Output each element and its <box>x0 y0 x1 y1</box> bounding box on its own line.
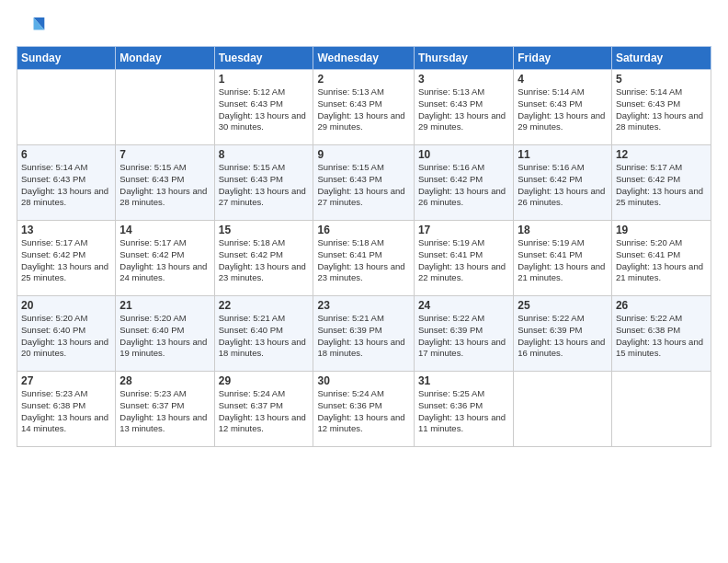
day-number: 8 <box>219 148 310 161</box>
calendar-cell: 21Sunrise: 5:20 AM Sunset: 6:40 PM Dayli… <box>116 296 214 372</box>
calendar-cell: 10Sunrise: 5:16 AM Sunset: 6:42 PM Dayli… <box>414 145 513 221</box>
day-info: Sunrise: 5:20 AM Sunset: 6:40 PM Dayligh… <box>21 313 111 360</box>
day-info: Sunrise: 5:18 AM Sunset: 6:41 PM Dayligh… <box>317 237 409 284</box>
calendar-cell: 9Sunrise: 5:15 AM Sunset: 6:43 PM Daylig… <box>313 145 414 221</box>
day-number: 18 <box>518 224 608 236</box>
calendar-cell: 22Sunrise: 5:21 AM Sunset: 6:40 PM Dayli… <box>214 296 313 372</box>
calendar-cell: 7Sunrise: 5:15 AM Sunset: 6:43 PM Daylig… <box>116 145 214 221</box>
day-number: 6 <box>21 148 111 161</box>
day-number: 2 <box>317 73 409 86</box>
weekday-header-saturday: Saturday <box>611 47 711 70</box>
calendar-cell: 8Sunrise: 5:15 AM Sunset: 6:43 PM Daylig… <box>214 145 313 221</box>
day-number: 29 <box>219 374 310 387</box>
logo <box>17 13 50 42</box>
page-header <box>17 9 711 42</box>
day-number: 12 <box>616 148 707 161</box>
day-info: Sunrise: 5:21 AM Sunset: 6:39 PM Dayligh… <box>317 313 409 360</box>
day-info: Sunrise: 5:14 AM Sunset: 6:43 PM Dayligh… <box>21 162 111 209</box>
calendar-table: SundayMondayTuesdayWednesdayThursdayFrid… <box>17 46 711 447</box>
day-info: Sunrise: 5:14 AM Sunset: 6:43 PM Dayligh… <box>616 86 707 133</box>
calendar-cell: 26Sunrise: 5:22 AM Sunset: 6:38 PM Dayli… <box>611 296 711 372</box>
day-number: 30 <box>317 374 409 387</box>
calendar-cell: 17Sunrise: 5:19 AM Sunset: 6:41 PM Dayli… <box>414 221 513 296</box>
calendar-cell: 11Sunrise: 5:16 AM Sunset: 6:42 PM Dayli… <box>514 145 612 221</box>
day-info: Sunrise: 5:24 AM Sunset: 6:36 PM Dayligh… <box>317 388 409 435</box>
day-info: Sunrise: 5:20 AM Sunset: 6:41 PM Dayligh… <box>616 237 707 284</box>
day-info: Sunrise: 5:22 AM Sunset: 6:39 PM Dayligh… <box>418 313 509 360</box>
calendar-cell: 19Sunrise: 5:20 AM Sunset: 6:41 PM Dayli… <box>611 221 711 296</box>
day-number: 7 <box>119 148 210 161</box>
calendar-cell <box>17 70 116 145</box>
calendar-cell <box>514 372 612 447</box>
calendar-week-4: 20Sunrise: 5:20 AM Sunset: 6:40 PM Dayli… <box>17 296 711 372</box>
calendar-cell: 3Sunrise: 5:13 AM Sunset: 6:43 PM Daylig… <box>414 70 513 145</box>
day-info: Sunrise: 5:23 AM Sunset: 6:38 PM Dayligh… <box>21 388 111 435</box>
day-info: Sunrise: 5:15 AM Sunset: 6:43 PM Dayligh… <box>119 162 210 209</box>
day-info: Sunrise: 5:15 AM Sunset: 6:43 PM Dayligh… <box>317 162 409 209</box>
calendar-cell: 24Sunrise: 5:22 AM Sunset: 6:39 PM Dayli… <box>414 296 513 372</box>
weekday-header-sunday: Sunday <box>17 47 116 70</box>
day-number: 26 <box>616 299 707 312</box>
day-number: 5 <box>616 73 707 86</box>
day-number: 16 <box>317 224 409 236</box>
day-number: 23 <box>317 299 409 312</box>
day-number: 25 <box>518 299 608 312</box>
calendar-week-2: 6Sunrise: 5:14 AM Sunset: 6:43 PM Daylig… <box>17 145 711 221</box>
calendar-cell: 14Sunrise: 5:17 AM Sunset: 6:42 PM Dayli… <box>116 221 214 296</box>
calendar-cell: 18Sunrise: 5:19 AM Sunset: 6:41 PM Dayli… <box>514 221 612 296</box>
day-number: 20 <box>21 299 111 312</box>
day-info: Sunrise: 5:19 AM Sunset: 6:41 PM Dayligh… <box>418 237 509 284</box>
day-info: Sunrise: 5:25 AM Sunset: 6:36 PM Dayligh… <box>418 388 509 435</box>
day-info: Sunrise: 5:15 AM Sunset: 6:43 PM Dayligh… <box>219 162 310 209</box>
day-info: Sunrise: 5:12 AM Sunset: 6:43 PM Dayligh… <box>219 86 310 133</box>
calendar-week-3: 13Sunrise: 5:17 AM Sunset: 6:42 PM Dayli… <box>17 221 711 296</box>
calendar-cell: 31Sunrise: 5:25 AM Sunset: 6:36 PM Dayli… <box>414 372 513 447</box>
calendar-week-5: 27Sunrise: 5:23 AM Sunset: 6:38 PM Dayli… <box>17 372 711 447</box>
calendar-cell: 2Sunrise: 5:13 AM Sunset: 6:43 PM Daylig… <box>313 70 414 145</box>
day-info: Sunrise: 5:17 AM Sunset: 6:42 PM Dayligh… <box>119 237 210 284</box>
calendar-cell: 28Sunrise: 5:23 AM Sunset: 6:37 PM Dayli… <box>116 372 214 447</box>
calendar-cell: 15Sunrise: 5:18 AM Sunset: 6:42 PM Dayli… <box>214 221 313 296</box>
calendar-cell: 6Sunrise: 5:14 AM Sunset: 6:43 PM Daylig… <box>17 145 116 221</box>
calendar-cell: 16Sunrise: 5:18 AM Sunset: 6:41 PM Dayli… <box>313 221 414 296</box>
day-info: Sunrise: 5:23 AM Sunset: 6:37 PM Dayligh… <box>119 388 210 435</box>
day-number: 15 <box>219 224 310 236</box>
day-number: 10 <box>418 148 509 161</box>
day-number: 9 <box>317 148 409 161</box>
day-number: 4 <box>518 73 608 86</box>
weekday-header-thursday: Thursday <box>414 47 513 70</box>
day-info: Sunrise: 5:21 AM Sunset: 6:40 PM Dayligh… <box>219 313 310 360</box>
day-info: Sunrise: 5:17 AM Sunset: 6:42 PM Dayligh… <box>616 162 707 209</box>
day-info: Sunrise: 5:22 AM Sunset: 6:38 PM Dayligh… <box>616 313 707 360</box>
calendar-cell: 4Sunrise: 5:14 AM Sunset: 6:43 PM Daylig… <box>514 70 612 145</box>
day-info: Sunrise: 5:24 AM Sunset: 6:37 PM Dayligh… <box>219 388 310 435</box>
weekday-header-tuesday: Tuesday <box>214 47 313 70</box>
day-info: Sunrise: 5:16 AM Sunset: 6:42 PM Dayligh… <box>518 162 608 209</box>
calendar-cell: 30Sunrise: 5:24 AM Sunset: 6:36 PM Dayli… <box>313 372 414 447</box>
logo-icon <box>17 13 46 42</box>
day-number: 17 <box>418 224 509 236</box>
day-info: Sunrise: 5:22 AM Sunset: 6:39 PM Dayligh… <box>518 313 608 360</box>
weekday-header-friday: Friday <box>514 47 612 70</box>
weekday-header-monday: Monday <box>116 47 214 70</box>
calendar-cell: 29Sunrise: 5:24 AM Sunset: 6:37 PM Dayli… <box>214 372 313 447</box>
day-info: Sunrise: 5:20 AM Sunset: 6:40 PM Dayligh… <box>119 313 210 360</box>
day-info: Sunrise: 5:14 AM Sunset: 6:43 PM Dayligh… <box>518 86 608 133</box>
day-info: Sunrise: 5:13 AM Sunset: 6:43 PM Dayligh… <box>317 86 409 133</box>
day-info: Sunrise: 5:18 AM Sunset: 6:42 PM Dayligh… <box>219 237 310 284</box>
calendar-cell <box>116 70 214 145</box>
calendar-cell: 5Sunrise: 5:14 AM Sunset: 6:43 PM Daylig… <box>611 70 711 145</box>
day-number: 14 <box>119 224 210 236</box>
calendar-cell: 1Sunrise: 5:12 AM Sunset: 6:43 PM Daylig… <box>214 70 313 145</box>
day-info: Sunrise: 5:17 AM Sunset: 6:42 PM Dayligh… <box>21 237 111 284</box>
day-number: 28 <box>119 374 210 387</box>
calendar-cell: 13Sunrise: 5:17 AM Sunset: 6:42 PM Dayli… <box>17 221 116 296</box>
day-number: 21 <box>119 299 210 312</box>
day-info: Sunrise: 5:19 AM Sunset: 6:41 PM Dayligh… <box>518 237 608 284</box>
calendar-body: 1Sunrise: 5:12 AM Sunset: 6:43 PM Daylig… <box>17 70 711 447</box>
calendar-cell <box>611 372 711 447</box>
day-number: 11 <box>518 148 608 161</box>
day-number: 22 <box>219 299 310 312</box>
calendar-cell: 27Sunrise: 5:23 AM Sunset: 6:38 PM Dayli… <box>17 372 116 447</box>
day-number: 13 <box>21 224 111 236</box>
